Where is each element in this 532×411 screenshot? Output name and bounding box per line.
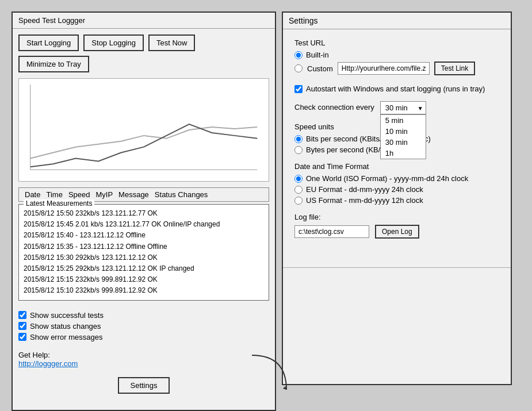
toolbar: Start Logging Stop Logging Test Now Mini… xyxy=(13,29,275,78)
bytes-per-second-radio[interactable] xyxy=(294,146,303,154)
main-window-title: Speed Test Loggger xyxy=(13,13,275,29)
dropdown-selected-value: 30 min xyxy=(385,103,408,112)
dropdown-option[interactable]: 10 min xyxy=(381,126,426,137)
table-row: 2015/8/12 15:45 2.01 kb/s 123.121.12.77 … xyxy=(24,219,264,230)
show-status-checkbox[interactable] xyxy=(18,322,26,330)
iso-format-radio[interactable] xyxy=(294,175,303,183)
col-speed: Speed xyxy=(68,190,90,199)
table-row: 2015/8/12 15:15 232kb/s 999.891.12.92 OK xyxy=(24,274,264,285)
col-status-changes: Status Changes xyxy=(155,190,208,199)
minimize-to-tray-button[interactable]: Minimize to Tray xyxy=(18,56,89,72)
date-format-label: Date and Time Format xyxy=(294,162,499,171)
autostart-checkbox[interactable] xyxy=(294,85,303,93)
checkboxes-area: Show successful tests Show status change… xyxy=(13,306,275,346)
custom-label: Custom xyxy=(307,64,333,73)
built-in-label: Built-in xyxy=(306,51,329,59)
custom-radio[interactable] xyxy=(294,64,303,72)
dropdown-option[interactable]: 1h xyxy=(381,148,426,159)
show-successful-checkbox[interactable] xyxy=(18,311,26,319)
dropdown-option[interactable]: 5 min xyxy=(381,115,426,126)
measurements-box: Latest Measurements 2015/8/12 15:50 232k… xyxy=(18,204,269,301)
bits-per-second-radio[interactable] xyxy=(294,135,303,143)
custom-url-input[interactable] xyxy=(338,62,430,75)
built-in-radio-row: Built-in xyxy=(294,51,499,59)
settings-button-area: Settings xyxy=(13,372,275,398)
help-link[interactable]: http://loggger.com xyxy=(18,359,78,368)
built-in-radio[interactable] xyxy=(294,51,303,59)
check-connection-row: Check connection every 30 min ▼ 5 min10 … xyxy=(294,101,499,114)
settings-divider-bottom xyxy=(283,267,511,285)
us-format-radio[interactable] xyxy=(294,197,303,205)
date-format-section: Date and Time Format One World (ISO Form… xyxy=(294,162,499,205)
help-area: Get Help: http://loggger.com xyxy=(13,346,275,372)
iso-format-label: One World (ISO Format) - yyyy-mm-dd 24h … xyxy=(306,174,468,183)
show-errors-checkbox-label[interactable]: Show error messages xyxy=(18,333,269,341)
show-errors-checkbox[interactable] xyxy=(18,333,26,341)
test-url-section: Test URL Built-in Custom Test Link xyxy=(294,39,499,75)
stop-logging-button[interactable]: Stop Logging xyxy=(83,34,144,51)
col-message: Message xyxy=(118,190,149,199)
settings-panel-title: Settings xyxy=(283,13,511,29)
settings-button[interactable]: Settings xyxy=(118,377,170,394)
log-file-input[interactable] xyxy=(294,225,369,238)
main-window: Speed Test Loggger Start Logging Stop Lo… xyxy=(12,11,276,411)
test-url-label: Test URL xyxy=(294,39,499,47)
show-status-checkbox-label[interactable]: Show status changes xyxy=(18,322,269,331)
log-file-label: Log file: xyxy=(294,213,499,221)
iso-format-row: One World (ISO Format) - yyyy-mm-dd 24h … xyxy=(294,174,499,183)
table-row: 2015/8/12 15:40 - 123.121.12.12 Offline xyxy=(24,230,264,241)
speed-chart xyxy=(18,78,269,182)
table-row: 2015/8/12 15:25 292kb/s 123.121.12.12 OK… xyxy=(24,263,264,274)
table-row: 2015/8/12 15:30 292kb/s 123.121.12.12 OK xyxy=(24,252,264,263)
open-log-button[interactable]: Open Log xyxy=(375,225,419,239)
settings-body: Test URL Built-in Custom Test Link Autos… xyxy=(283,29,511,256)
show-successful-checkbox-label[interactable]: Show successful tests xyxy=(18,311,269,320)
col-time: Time xyxy=(46,190,62,199)
help-label: Get Help: xyxy=(18,351,50,359)
table-row: 2015/8/12 15:10 232kb/s 999.891.12.92 OK xyxy=(24,285,264,296)
chevron-down-icon: ▼ xyxy=(418,105,423,111)
col-myip: MyIP xyxy=(95,190,113,199)
table-row: 2015/8/12 15:35 - 123.121.12.12 Offline … xyxy=(24,241,264,252)
test-link-button[interactable]: Test Link xyxy=(434,62,475,75)
col-date: Date xyxy=(25,190,40,199)
eu-format-row: EU Format - dd-mm-yyyy 24h clock xyxy=(294,185,499,194)
log-file-section: Log file: Open Log xyxy=(294,213,499,239)
svg-marker-2 xyxy=(283,386,286,390)
dropdown-option[interactable]: 30 min xyxy=(381,137,426,148)
table-row: 2015/8/12 15:50 232kb/s 123.121.12.77 OK xyxy=(24,208,264,219)
eu-format-radio[interactable] xyxy=(294,186,303,194)
log-file-row: Open Log xyxy=(294,225,499,239)
start-logging-button[interactable]: Start Logging xyxy=(18,34,79,51)
us-format-label: US Format - mm-dd-yyyy 12h clock xyxy=(306,196,423,205)
autostart-row: Autostart with Windows and start logging… xyxy=(294,84,499,93)
us-format-row: US Format - mm-dd-yyyy 12h clock xyxy=(294,196,499,205)
eu-format-label: EU Format - dd-mm-yyyy 24h clock xyxy=(306,185,423,194)
dropdown-list: 5 min10 min30 min1h xyxy=(380,114,426,159)
autostart-label: Autostart with Windows and start logging… xyxy=(306,84,485,93)
show-status-label: Show status changes xyxy=(30,322,101,331)
check-connection-dropdown[interactable]: 30 min ▼ 5 min10 min30 min1h xyxy=(380,101,426,114)
check-connection-label: Check connection every xyxy=(294,101,374,112)
settings-panel: Settings Test URL Built-in Custom Test L… xyxy=(282,11,512,385)
measurements-box-title: Latest Measurements xyxy=(24,199,94,208)
test-now-button[interactable]: Test Now xyxy=(148,34,195,51)
show-successful-label: Show successful tests xyxy=(30,311,104,320)
dropdown-header[interactable]: 30 min ▼ xyxy=(380,101,426,114)
show-errors-label: Show error messages xyxy=(30,333,102,341)
custom-radio-row: Custom Test Link xyxy=(294,62,499,75)
